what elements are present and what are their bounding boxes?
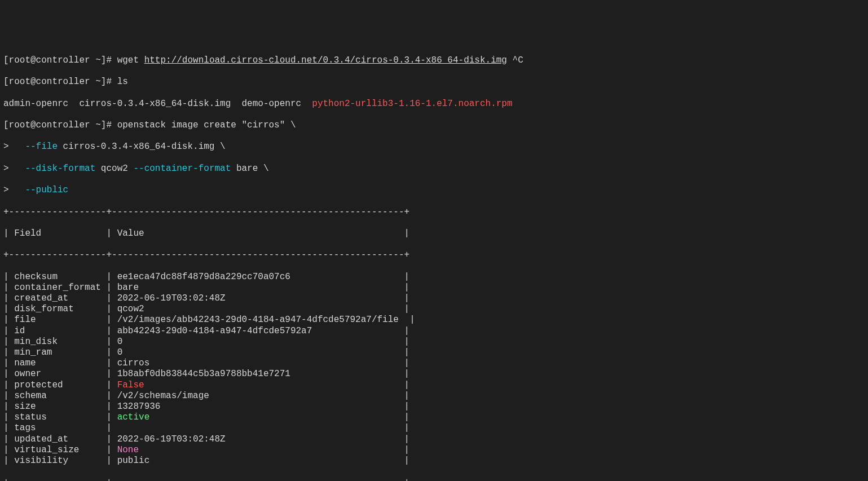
cmd-line-ls1: [root@controller ~]# ls (3, 77, 868, 87)
table-row: | container_format | bare | (3, 283, 868, 293)
table-row: | owner | 1b8abf0db83844c5b3a9788bb41e72… (3, 369, 868, 379)
table1-border-top: +------------------+--------------------… (3, 207, 868, 218)
table-row: | created_at | 2022-06-19T03:02:48Z | (3, 293, 868, 304)
terminal-output[interactable]: [root@controller ~]# wget http://downloa… (3, 45, 868, 481)
table-row: | id | abb42243-29d0-4184-a947-4dfcde579… (3, 326, 868, 337)
cmd-line-create3: > --disk-format qcow2 --container-format… (3, 164, 868, 174)
table-row: | visibility | public | (3, 456, 868, 466)
table-row: | updated_at | 2022-06-19T03:02:48Z | (3, 434, 868, 445)
table-row: | disk_format | qcow2 | (3, 304, 868, 315)
table-row: | name | cirros | (3, 358, 868, 369)
table-row: | virtual_size | None | (3, 445, 868, 456)
table-row: | status | active | (3, 412, 868, 423)
table-row: | file | /v2/images/abb42243-29d0-4184-a… (3, 315, 868, 325)
cmd-line-create1: [root@controller ~]# openstack image cre… (3, 120, 868, 131)
cmd-line-create4: > --public (3, 185, 868, 196)
table-row: | checksum | ee1eca47dc88f4879d8a229cc70… (3, 272, 868, 283)
table1-border-mid: +------------------+--------------------… (3, 250, 868, 261)
table1-header: | Field | Value | (3, 228, 868, 239)
cmd-line-wget: [root@controller ~]# wget http://downloa… (3, 55, 868, 66)
table-row: | min_ram | 0 | (3, 347, 868, 358)
table-row: | protected | False | (3, 380, 868, 391)
table-row: | size | 13287936 | (3, 401, 868, 412)
cmd-line-create2: > --file cirros-0.3.4-x86_64-disk.img \ (3, 142, 868, 152)
table1-body: | checksum | ee1eca47dc88f4879d8a229cc70… (3, 272, 868, 466)
table1-border-bottom: +------------------+--------------------… (3, 477, 868, 481)
wget-url: http://download.cirros-cloud.net/0.3.4/c… (144, 55, 507, 65)
table-row: | tags | | (3, 423, 868, 434)
table-row: | schema | /v2/schemas/image | (3, 391, 868, 401)
ls-output-1: admin-openrc cirros-0.3.4-x86_64-disk.im… (3, 99, 868, 109)
table-row: | min_disk | 0 | (3, 337, 868, 347)
